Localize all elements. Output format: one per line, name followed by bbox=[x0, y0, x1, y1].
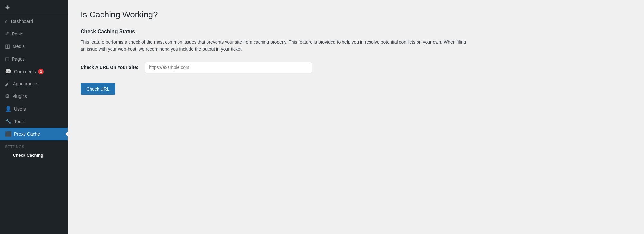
sidebar-label-plugins: Plugins bbox=[12, 94, 27, 99]
tools-icon: 🔧 bbox=[5, 118, 12, 124]
sidebar-item-tools[interactable]: 🔧 Tools bbox=[0, 115, 68, 128]
sidebar-label-tools: Tools bbox=[14, 119, 25, 124]
sidebar: ⊕ ⌂ Dashboard ✐ Posts ◫ Media ◻ Pages 💬 … bbox=[0, 0, 68, 234]
sub-item-check-caching[interactable]: Check Caching bbox=[0, 151, 68, 160]
dashboard-icon: ⌂ bbox=[5, 18, 8, 24]
sidebar-nav: ⌂ Dashboard ✐ Posts ◫ Media ◻ Pages 💬 Co… bbox=[0, 15, 68, 160]
media-icon: ◫ bbox=[5, 43, 10, 49]
page-title: Is Caching Working? bbox=[81, 10, 631, 20]
settings-section-label: Settings bbox=[0, 140, 68, 151]
sidebar-item-dashboard[interactable]: ⌂ Dashboard bbox=[0, 15, 68, 27]
main-content: Is Caching Working? Check Caching Status… bbox=[68, 0, 644, 234]
comments-icon: 💬 bbox=[5, 68, 12, 74]
pages-icon: ◻ bbox=[5, 56, 9, 62]
description-text: This feature performs a check of the mos… bbox=[81, 38, 467, 53]
sidebar-label-posts: Posts bbox=[12, 31, 23, 36]
sidebar-label-appearance: Appearance bbox=[13, 81, 37, 86]
wordpress-icon: ⊕ bbox=[5, 4, 10, 11]
check-url-button[interactable]: Check URL bbox=[81, 83, 115, 95]
proxy-cache-icon: ⬛ bbox=[5, 131, 12, 137]
check-caching-section: Check Caching Status This feature perfor… bbox=[81, 29, 631, 95]
wp-logo: ⊕ bbox=[0, 0, 68, 15]
sidebar-item-appearance[interactable]: 🖌 Appearance bbox=[0, 78, 68, 90]
sidebar-item-comments[interactable]: 💬 Comments 3 bbox=[0, 65, 68, 78]
sidebar-item-pages[interactable]: ◻ Pages bbox=[0, 53, 68, 65]
sidebar-label-pages: Pages bbox=[12, 56, 25, 62]
sidebar-label-comments: Comments bbox=[14, 69, 36, 74]
sidebar-label-proxy-cache: Proxy Cache bbox=[14, 132, 40, 137]
sidebar-item-proxy-cache[interactable]: ⬛ Proxy Cache bbox=[0, 128, 68, 140]
sidebar-item-posts[interactable]: ✐ Posts bbox=[0, 27, 68, 40]
sub-item-check-caching-label: Check Caching bbox=[13, 153, 43, 158]
sidebar-item-users[interactable]: 👤 Users bbox=[0, 102, 68, 115]
url-form-row: Check A URL On Your Site: bbox=[81, 62, 631, 73]
users-icon: 👤 bbox=[5, 106, 12, 112]
url-input[interactable] bbox=[145, 62, 312, 73]
appearance-icon: 🖌 bbox=[5, 81, 10, 87]
sidebar-label-media: Media bbox=[13, 44, 25, 49]
sidebar-label-dashboard: Dashboard bbox=[11, 19, 33, 24]
sidebar-label-users: Users bbox=[14, 106, 26, 112]
sidebar-item-plugins[interactable]: ⚙ Plugins bbox=[0, 90, 68, 102]
sidebar-item-media[interactable]: ◫ Media bbox=[0, 40, 68, 53]
url-label: Check A URL On Your Site: bbox=[81, 65, 138, 70]
posts-icon: ✐ bbox=[5, 31, 9, 37]
plugins-icon: ⚙ bbox=[5, 93, 10, 99]
section-title: Check Caching Status bbox=[81, 29, 631, 34]
comments-badge: 3 bbox=[38, 69, 44, 74]
